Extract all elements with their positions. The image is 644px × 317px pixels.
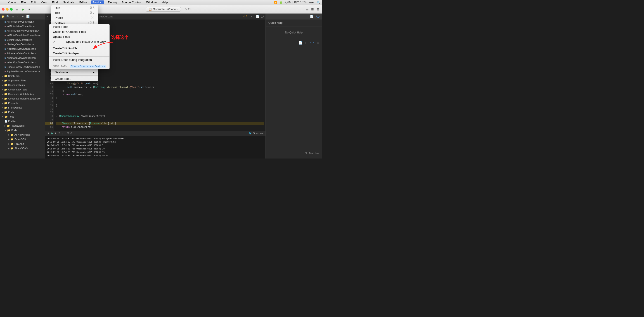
breakpoint-icon[interactable]: ● <box>21 14 25 18</box>
file-aboutapp-h[interactable]: h AboutAppViewController.h <box>0 56 45 60</box>
nav-back-icon[interactable]: ‹ <box>47 15 48 18</box>
file-podfile[interactable]: 📄 Podfile <box>0 119 45 124</box>
menu-create-bot[interactable]: Create Bot... <box>51 76 98 81</box>
report-icon[interactable]: 📊 <box>26 14 30 18</box>
file-setting-h[interactable]: h SettingViewController.h <box>0 38 45 42</box>
history-icon[interactable]: ≡ <box>316 40 320 45</box>
file-updatepassw-m[interactable]: m UpdatePassw...wController.m <box>0 69 45 74</box>
file-setting-m[interactable]: m SettingViewController.m <box>0 42 45 46</box>
quick-help-bottom-icon[interactable]: ⓘ <box>310 40 314 45</box>
layout-btn-2[interactable]: ⊟ <box>316 7 320 12</box>
folder-sharesdk3[interactable]: ▶ 📁 ShareSDK3 <box>0 146 45 150</box>
stop-button[interactable]: ■ <box>27 7 32 12</box>
nav-forward-icon[interactable]: › <box>49 15 50 18</box>
folder-name: Oncenote WatchKit Extension <box>8 97 41 100</box>
location-icon[interactable]: ⊙ <box>70 132 72 135</box>
file-icon[interactable]: 📄 <box>256 15 259 18</box>
editor-toggle[interactable]: ☰ <box>305 7 309 12</box>
folder-icon: 📁 <box>4 97 7 100</box>
file-nickname-h[interactable]: h NicknameViewController.h <box>0 46 45 51</box>
step-out-icon[interactable]: ↑ <box>64 132 66 135</box>
file-updatepassw-h[interactable]: h UpdatePassw...ewController.h <box>0 65 45 69</box>
quick-help-icon[interactable]: ⓘ <box>316 14 320 19</box>
folder-name: BmobUtils <box>8 74 20 77</box>
menu-file[interactable]: File <box>20 1 27 4</box>
file-allnotedetail-m[interactable]: m AllNoteDetailViewController.m <box>0 33 45 38</box>
menu-perform-action[interactable]: Perform Action ▶ <box>51 42 98 46</box>
folder-pnchart[interactable]: ▶ 📁 PNChart <box>0 142 45 146</box>
folder-icon: 📁 <box>4 102 7 105</box>
scheme-selector[interactable]: 📋 Oncenote › iPhone 5 <box>146 7 181 12</box>
step-into-icon[interactable]: ↓ <box>62 132 63 135</box>
menu-help[interactable]: Help <box>161 1 169 4</box>
menu-analyze[interactable]: Analyze ⇧⌘B <box>51 20 98 25</box>
menu-window[interactable]: Window <box>146 1 158 4</box>
menu-archive[interactable]: Archive <box>51 25 98 30</box>
product-menu: Run ⌘R Test ⌘U Profile ⌘I Analyze ⇧⌘B Ar… <box>51 5 98 82</box>
breadcrumb-method[interactable]: -viewDidLoad <box>98 15 113 18</box>
folder-supporting-files[interactable]: ▶ 📁 Supporting Files <box>0 78 45 83</box>
file-inspector-icon[interactable]: 📄 <box>309 14 314 19</box>
menu-clean[interactable]: Clean ⇧⌘K <box>51 53 98 58</box>
pause-icon[interactable]: ⏸ <box>54 132 57 135</box>
menu-stop[interactable]: Stop ⌘. <box>51 58 98 63</box>
close-button[interactable] <box>2 8 4 11</box>
search-icon[interactable]: 🔍 <box>6 14 10 18</box>
prev-warning-icon[interactable]: ‹ <box>251 15 252 18</box>
file-allnotesviewcontroller-h[interactable]: h AllNotesViewController.h <box>0 20 45 24</box>
info-icon[interactable]: ⓘ <box>261 14 264 18</box>
menu-debug[interactable]: Debug <box>107 1 118 4</box>
folder-afnetworking[interactable]: ▶ 📁 AFNetworking <box>0 132 45 137</box>
menu-product[interactable]: Product <box>91 0 104 4</box>
menu-scheme[interactable]: Scheme ▶ <box>51 65 98 70</box>
menu-test[interactable]: Test ⌘U <box>51 10 98 15</box>
spotlight-icon[interactable]: 🔍 <box>317 1 320 4</box>
file-icon-bottom[interactable]: 📄 <box>298 40 302 45</box>
test-icon[interactable]: ✓ <box>16 14 20 18</box>
file-allnotedetail-h[interactable]: h AllNoteDetailViewController.h <box>0 28 45 33</box>
object-icon[interactable]: ⊡ <box>304 40 308 45</box>
menu-build[interactable]: Build ⌘B <box>51 48 98 53</box>
folder-products[interactable]: ▶ 📁 Products <box>0 101 45 105</box>
menu-destination[interactable]: Destination ▶ <box>51 70 98 74</box>
debug-toggle-icon[interactable]: ▼ <box>47 132 50 135</box>
menu-source-control[interactable]: Source Control <box>121 1 142 4</box>
menu-view[interactable]: View <box>40 1 48 4</box>
folder-oncenote-tests[interactable]: ▶ 📁 OncenoteTests <box>0 83 45 87</box>
h-file-icon: h <box>4 57 6 59</box>
menu-find[interactable]: Find <box>51 1 58 4</box>
maximize-button[interactable] <box>10 8 13 11</box>
menu-cocoapods[interactable]: CocoaPods ▶ <box>51 32 98 37</box>
folder-watchkit-ext[interactable]: ▶ 📁 Oncenote WatchKit Extension <box>0 96 45 101</box>
folder-oncenote-uitests[interactable]: ▶ 📁 OncenoteUITests <box>0 87 45 92</box>
layout-btn-1[interactable]: ⊞ <box>310 7 315 12</box>
warning-filter-icon[interactable]: ⚠ <box>11 14 15 18</box>
menu-edit[interactable]: Edit <box>30 1 37 4</box>
minimize-button[interactable] <box>6 8 8 11</box>
folder-pods-inner[interactable]: ▼ 📂 Pods <box>0 128 45 132</box>
folder-frameworks-pods[interactable]: ▶ 📁 Frameworks <box>0 124 45 128</box>
menu-editor[interactable]: Editor <box>78 1 88 4</box>
file-allnotesviewcontroller-m[interactable]: m AllNotesViewController.m <box>0 24 45 28</box>
menu-profile[interactable]: Profile ⌘I <box>51 15 98 20</box>
file-nickname-m[interactable]: m NicknameViewController.m <box>0 51 45 56</box>
folder-icon[interactable]: 📁 <box>1 14 5 18</box>
menu-build-for[interactable]: Build For ▶ <box>51 37 98 42</box>
play-button[interactable]: ▶ <box>21 7 25 12</box>
folder-pods-top[interactable]: ▶ 📁 Pods <box>0 110 45 114</box>
next-warning-icon[interactable]: › <box>254 15 254 18</box>
folder-pods-open[interactable]: ▼ 📂 Pods <box>0 114 45 119</box>
menu-run[interactable]: Run ⌘R <box>51 5 98 10</box>
view-stack-icon[interactable]: ⊞ <box>67 132 69 135</box>
continue-icon[interactable]: ▶ <box>51 132 53 135</box>
file-aboutapp-m[interactable]: m AboutAppViewController.m <box>0 60 45 65</box>
folder-bmobsdk[interactable]: ▶ 📁 BmobSDK <box>0 137 45 142</box>
folder-watchkit-app[interactable]: ▶ 📁 Oncenote WatchKit App <box>0 92 45 96</box>
build-for-label: Build For <box>55 38 66 41</box>
step-over-icon[interactable]: ↷ <box>58 132 60 135</box>
folder-frameworks[interactable]: ▶ 📁 Frameworks <box>0 105 45 110</box>
sidebar-toggle-button[interactable]: ☰ <box>14 7 19 12</box>
menu-xcode[interactable]: Xcode <box>7 1 17 4</box>
folder-bmobutils[interactable]: ▶ 📁 BmobUtils <box>0 74 45 78</box>
menu-navigate[interactable]: Navigate <box>62 1 75 4</box>
